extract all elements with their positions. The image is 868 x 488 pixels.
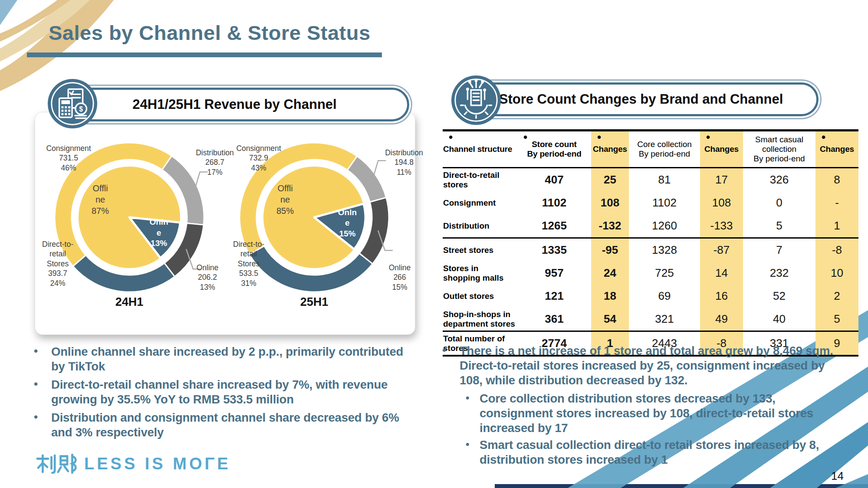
table-cell: 108 bbox=[700, 191, 743, 214]
column-header: Channel structure bbox=[443, 131, 517, 168]
table-cell: 1335 bbox=[517, 238, 591, 262]
table-cell: 52 bbox=[743, 285, 815, 308]
table-cell: 0 bbox=[743, 191, 815, 214]
slice-label-dtr: Direct-to-retailStores533.531% bbox=[223, 239, 275, 288]
svg-text:$: $ bbox=[79, 105, 83, 113]
table-row: Consignment110210811021080- bbox=[443, 191, 858, 214]
chart-caption-24H1: 24H1 bbox=[36, 295, 223, 309]
right-section-header: Store Count Changes by Brand and Channel bbox=[464, 82, 819, 116]
table-cell: -8 bbox=[815, 238, 858, 262]
row-label: Direct-to-retail stores bbox=[443, 168, 517, 192]
online-share-label: Onlne13% bbox=[139, 217, 178, 249]
slice-label-distribution: Distribution194.811% bbox=[378, 148, 430, 177]
row-label: Consignment bbox=[443, 191, 517, 214]
gear-factory-icon bbox=[450, 75, 502, 126]
online-share-label: Onlne15% bbox=[328, 207, 367, 239]
column-header: Core collectionBy period-end bbox=[629, 131, 700, 168]
column-header: Changes bbox=[700, 131, 743, 168]
presentation-slide: Sales by Channel & Store Status 24H1/25H… bbox=[0, 0, 868, 488]
slice-label-consignment: Consignment732.943% bbox=[233, 144, 285, 173]
offline-share-label: Offline85% bbox=[266, 183, 305, 216]
table-cell: 24 bbox=[591, 262, 629, 285]
table-cell: 1102 bbox=[517, 191, 591, 214]
table-cell: 326 bbox=[743, 168, 815, 192]
table-cell: 1102 bbox=[629, 191, 700, 214]
table-cell: 18 bbox=[591, 285, 629, 308]
column-header: Changes bbox=[591, 131, 629, 168]
table-cell: 2 bbox=[815, 285, 858, 308]
revenue-chart-card: 24H1 Consignment731.546%Distribution268.… bbox=[35, 112, 415, 335]
table-cell: 321 bbox=[629, 308, 700, 331]
brand-logo: LESS IS MOΓE bbox=[36, 454, 231, 474]
table-cell: 1265 bbox=[517, 214, 591, 238]
right-section-title: Store Count Changes by Brand and Channel bbox=[499, 92, 783, 107]
table-row: Street stores1335-951328-877-8 bbox=[443, 238, 858, 262]
row-label: Distribution bbox=[443, 214, 517, 238]
table-cell: 1260 bbox=[629, 214, 700, 238]
logo-text: LESS IS MOΓE bbox=[84, 455, 231, 473]
lilang-cjk-logo bbox=[36, 454, 77, 474]
table-cell: 1328 bbox=[629, 238, 700, 262]
page-number: 14 bbox=[831, 469, 844, 483]
slice-label-dtr: Direct-to-retailStores393.724% bbox=[32, 239, 84, 288]
right-bullet-list: There is a net increase of 1 store and t… bbox=[436, 344, 849, 469]
sub-bullet-item: Smart casual collection direct-to retail… bbox=[464, 438, 849, 467]
table-cell: 5 bbox=[815, 308, 858, 331]
table-cell: 407 bbox=[517, 168, 591, 192]
row-label: Outlet stores bbox=[443, 285, 517, 308]
table-cell: 361 bbox=[517, 308, 591, 331]
donut-chart-25H1: 25H1 Consignment732.943%Distribution194.… bbox=[221, 125, 408, 312]
table-row: Outlet stores121186916522 bbox=[443, 285, 858, 308]
left-section-title: 24H1/25H1 Revenue by Channel bbox=[132, 97, 336, 112]
offline-share-label: Offline87% bbox=[81, 183, 120, 216]
column-header: Smart casualcollectionBy period-end bbox=[743, 131, 815, 168]
row-label: Stores in shopping malls bbox=[443, 262, 517, 285]
table-cell: 10 bbox=[815, 262, 858, 285]
table-cell: 725 bbox=[629, 262, 700, 285]
table-cell: 17 bbox=[700, 168, 743, 192]
calculator-report-icon: $ bbox=[47, 78, 98, 129]
table-cell: 69 bbox=[629, 285, 700, 308]
table-cell: 5 bbox=[743, 214, 815, 238]
row-label: Street stores bbox=[443, 238, 517, 262]
table-row: Stores in shopping malls957247251423210 bbox=[443, 262, 858, 285]
bullet-item: Online channel share increased by 2 p.p.… bbox=[28, 344, 410, 374]
page-title: Sales by Channel & Store Status bbox=[49, 21, 371, 45]
table-cell: 232 bbox=[743, 262, 815, 285]
table-row: Direct-to-retail stores4072581173268 bbox=[443, 168, 858, 192]
slice-label-online: Online26615% bbox=[378, 263, 421, 292]
table-cell: 1 bbox=[815, 214, 858, 238]
table-cell: 16 bbox=[700, 285, 743, 308]
title-underline bbox=[27, 52, 382, 57]
chart-caption-25H1: 25H1 bbox=[221, 295, 408, 309]
table-header: Channel structureStore countBy period-en… bbox=[443, 131, 858, 168]
left-section-header: 24H1/25H1 Revenue by Channel bbox=[60, 88, 409, 121]
sub-bullet-list: Core collection distribution stores decr… bbox=[464, 391, 849, 467]
table-cell: 54 bbox=[591, 308, 629, 331]
column-header: Store countBy period-end bbox=[517, 131, 591, 168]
table-cell: 40 bbox=[743, 308, 815, 331]
table-cell: 49 bbox=[700, 308, 743, 331]
table-body: Direct-to-retail stores4072581173268Cons… bbox=[443, 168, 858, 356]
table-cell: 108 bbox=[591, 191, 629, 214]
table-cell: 81 bbox=[629, 168, 700, 192]
table-row: Shop-in-shops in department stores361543… bbox=[443, 308, 858, 331]
table-cell: -95 bbox=[591, 238, 629, 262]
donut-chart-24H1: 24H1 Consignment731.546%Distribution268.… bbox=[36, 125, 223, 312]
table-cell: 7 bbox=[743, 238, 815, 262]
table-cell: 8 bbox=[815, 168, 858, 192]
table-row: Distribution1265-1321260-13351 bbox=[443, 214, 858, 238]
slice-label-consignment: Consignment731.546% bbox=[43, 144, 95, 173]
table-cell: -87 bbox=[700, 238, 743, 262]
bullet-item: There is a net increase of 1 store and t… bbox=[436, 344, 849, 388]
store-count-table: Channel structureStore countBy period-en… bbox=[443, 129, 858, 357]
table-cell: 25 bbox=[591, 168, 629, 192]
table-cell: -133 bbox=[700, 214, 743, 238]
table-cell: 14 bbox=[700, 262, 743, 285]
bullet-item: Distribution and consignment channel sha… bbox=[28, 410, 410, 440]
column-header: Changes bbox=[815, 131, 858, 168]
row-label: Shop-in-shops in department stores bbox=[443, 308, 517, 331]
table-cell: -132 bbox=[591, 214, 629, 238]
sub-bullet-item: Core collection distribution stores decr… bbox=[464, 391, 849, 436]
table-cell: 957 bbox=[517, 262, 591, 285]
